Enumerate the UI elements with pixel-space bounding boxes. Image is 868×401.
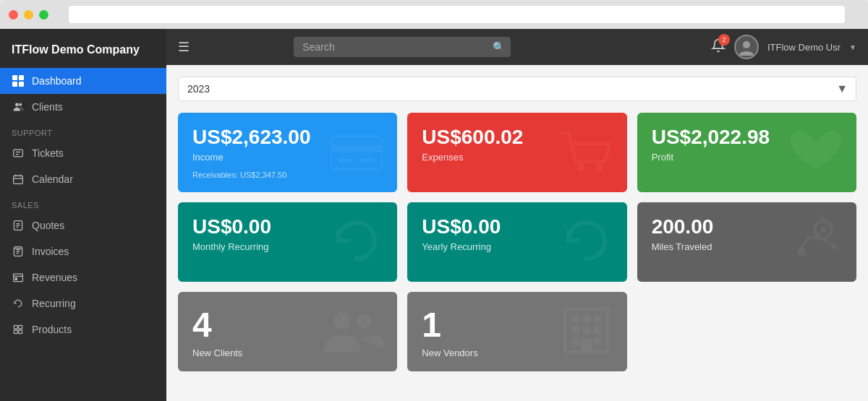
svg-rect-49 xyxy=(594,327,601,334)
maximize-button[interactable] xyxy=(39,10,48,20)
svg-point-5 xyxy=(19,103,22,106)
svg-rect-44 xyxy=(572,316,579,323)
address-bar[interactable] xyxy=(69,6,845,23)
svg-rect-50 xyxy=(572,337,579,345)
user-dropdown-caret[interactable]: ▼ xyxy=(849,43,856,51)
sidebar-clients-label: Clients xyxy=(32,101,63,113)
sidebar-recurring-label: Recurring xyxy=(32,298,76,309)
svg-rect-47 xyxy=(572,327,579,334)
quotes-icon xyxy=(12,219,25,232)
sidebar-calendar-label: Calendar xyxy=(32,173,73,185)
brand-name: ITFlow Demo Company xyxy=(0,35,166,68)
app-container: ITFlow Demo Company Dashboard xyxy=(0,29,868,401)
search-icon[interactable]: 🔍 xyxy=(493,41,505,53)
income-card: US$2,623.00 Income Receivables: US$2,347… xyxy=(178,113,397,192)
creditcard-icon xyxy=(328,129,386,176)
minimize-button[interactable] xyxy=(24,10,33,20)
expenses-card: US$600.02 Expenses xyxy=(407,113,626,192)
year-selector-container: 2020 2021 2022 2023 2024 ▼ xyxy=(178,77,856,101)
sidebar-revenues-label: Revenues xyxy=(32,272,77,283)
svg-rect-48 xyxy=(583,327,590,334)
support-section-label: SUPPORT xyxy=(0,120,166,140)
profit-card: US$2,022.98 Profit xyxy=(637,113,856,192)
svg-rect-0 xyxy=(12,75,17,80)
window-chrome xyxy=(0,0,868,29)
yearly-recurring-card: US$0.00 Yearly Recurring xyxy=(407,202,626,282)
sidebar-item-recurring[interactable]: Recurring xyxy=(0,290,166,316)
svg-rect-6 xyxy=(14,150,23,157)
new-vendors-card: 1 New Vendors xyxy=(407,292,626,371)
sidebar-item-dashboard[interactable]: Dashboard xyxy=(0,68,166,94)
sidebar-item-invoices[interactable]: Invoices xyxy=(0,238,166,264)
sidebar: ITFlow Demo Company Dashboard xyxy=(0,29,166,401)
svg-point-38 xyxy=(820,227,826,233)
hamburger-menu[interactable]: ☰ xyxy=(178,39,190,55)
svg-rect-46 xyxy=(594,316,601,323)
top-navbar: ☰ 🔍 2 xyxy=(166,29,868,65)
svg-rect-26 xyxy=(19,325,22,329)
dashboard-icon xyxy=(12,74,25,87)
location-icon xyxy=(787,212,845,272)
clients-icon xyxy=(12,100,25,113)
refresh-icon-yearly xyxy=(558,215,616,269)
sidebar-invoices-label: Invoices xyxy=(32,246,69,257)
svg-rect-45 xyxy=(583,316,590,323)
svg-point-40 xyxy=(831,243,837,249)
svg-rect-32 xyxy=(331,145,382,152)
invoices-icon xyxy=(12,245,25,258)
nav-right: 2 ITFlow Demo Usr ▼ xyxy=(711,35,856,59)
svg-rect-51 xyxy=(594,337,601,345)
svg-rect-28 xyxy=(19,330,22,334)
svg-point-30 xyxy=(743,41,750,48)
main-content: 2020 2021 2022 2023 2024 ▼ US$2,623.00 I… xyxy=(166,65,868,401)
cart-icon xyxy=(558,126,616,179)
user-label[interactable]: ITFlow Demo Usr xyxy=(767,42,841,53)
refresh-icon-monthly xyxy=(328,215,386,269)
svg-rect-31 xyxy=(331,137,382,169)
sidebar-quotes-label: Quotes xyxy=(32,220,64,231)
sidebar-item-tickets[interactable]: Tickets xyxy=(0,140,166,166)
sidebar-tickets-label: Tickets xyxy=(32,147,64,159)
svg-rect-24 xyxy=(15,278,17,280)
svg-rect-52 xyxy=(582,339,592,352)
calendar-icon xyxy=(12,173,25,186)
sidebar-item-quotes[interactable]: Quotes xyxy=(0,212,166,238)
people-icon xyxy=(320,305,386,358)
notifications-bell[interactable]: 2 xyxy=(711,38,726,56)
sidebar-item-clients[interactable]: Clients xyxy=(0,94,166,120)
svg-rect-9 xyxy=(14,176,23,184)
svg-point-39 xyxy=(797,247,806,256)
miles-traveled-card: 200.00 Miles Traveled xyxy=(637,202,856,282)
svg-rect-3 xyxy=(19,82,24,87)
new-clients-card: 4 New Clients xyxy=(178,292,397,371)
svg-rect-1 xyxy=(19,75,24,80)
avatar xyxy=(734,35,759,59)
sidebar-products-label: Products xyxy=(32,324,72,335)
svg-rect-34 xyxy=(360,158,375,163)
year-select[interactable]: 2020 2021 2022 2023 2024 xyxy=(178,77,856,101)
svg-point-42 xyxy=(357,314,371,328)
svg-point-36 xyxy=(596,164,603,171)
svg-point-35 xyxy=(577,164,584,171)
svg-rect-25 xyxy=(14,325,17,329)
monthly-recurring-card: US$0.00 Monthly Recurring xyxy=(178,202,397,282)
tickets-icon xyxy=(12,147,25,160)
close-button[interactable] xyxy=(9,10,18,20)
dashboard-grid: US$2,623.00 Income Receivables: US$2,347… xyxy=(178,113,856,371)
svg-rect-27 xyxy=(14,330,17,334)
search-container: 🔍 xyxy=(294,37,511,57)
search-input[interactable] xyxy=(294,37,511,57)
sales-section-label: SALES xyxy=(0,192,166,212)
notification-badge: 2 xyxy=(718,34,730,46)
svg-rect-33 xyxy=(339,158,353,163)
svg-rect-2 xyxy=(12,82,17,87)
sidebar-item-calendar[interactable]: Calendar xyxy=(0,166,166,192)
svg-point-4 xyxy=(15,103,19,106)
sidebar-item-revenues[interactable]: Revenues xyxy=(0,264,166,290)
recurring-icon xyxy=(12,297,25,310)
sidebar-item-products[interactable]: Products xyxy=(0,316,166,342)
products-icon xyxy=(12,323,25,336)
heart-icon xyxy=(787,126,845,179)
building-icon xyxy=(558,301,616,362)
revenues-icon xyxy=(12,271,25,284)
